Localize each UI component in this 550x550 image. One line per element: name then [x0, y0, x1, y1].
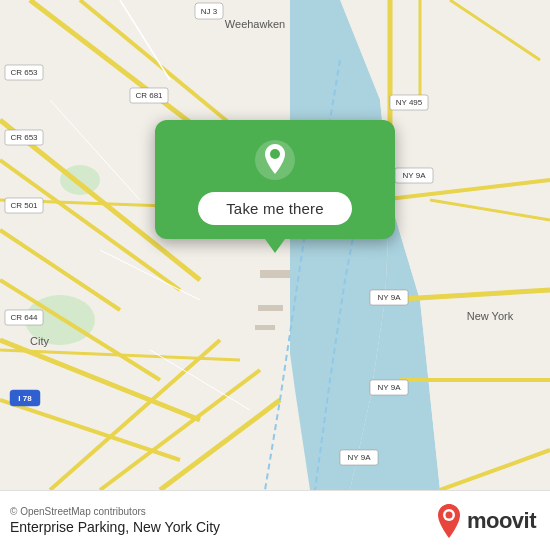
svg-text:NY 495: NY 495 — [396, 98, 423, 107]
svg-text:Weehawken: Weehawken — [225, 18, 285, 30]
svg-point-65 — [445, 511, 452, 518]
svg-point-6 — [60, 165, 100, 195]
svg-text:NJ 3: NJ 3 — [201, 7, 218, 16]
svg-text:NY 9A: NY 9A — [403, 171, 427, 180]
location-pin-icon — [253, 138, 297, 182]
svg-text:CR 653: CR 653 — [10, 68, 38, 77]
moovit-text: moovit — [467, 508, 536, 534]
svg-text:New York: New York — [467, 310, 514, 322]
bottom-bar: © OpenStreetMap contributors Enterprise … — [0, 490, 550, 550]
moovit-logo: moovit — [435, 503, 536, 539]
svg-text:NY 9A: NY 9A — [378, 383, 402, 392]
svg-text:NY 9A: NY 9A — [348, 453, 372, 462]
take-me-there-button[interactable]: Take me there — [198, 192, 352, 225]
svg-text:I 78: I 78 — [18, 394, 32, 403]
svg-text:NY 9A: NY 9A — [378, 293, 402, 302]
svg-point-63 — [270, 149, 280, 159]
svg-text:CR 501: CR 501 — [10, 201, 38, 210]
svg-text:CR 681: CR 681 — [135, 91, 163, 100]
svg-text:CR 653: CR 653 — [10, 133, 38, 142]
svg-rect-60 — [258, 305, 283, 311]
osm-attribution: © OpenStreetMap contributors — [10, 506, 220, 517]
popup-card: Take me there — [155, 120, 395, 239]
bottom-left-info: © OpenStreetMap contributors Enterprise … — [10, 506, 220, 535]
map-container[interactable]: NJ 3 CR 653 CR 681 CR 653 NY 495 CR 501 … — [0, 0, 550, 490]
svg-text:CR 644: CR 644 — [10, 313, 38, 322]
svg-rect-59 — [260, 270, 290, 278]
svg-text:City: City — [30, 335, 49, 347]
moovit-pin-icon — [435, 503, 463, 539]
location-name: Enterprise Parking, New York City — [10, 519, 220, 535]
svg-rect-61 — [255, 325, 275, 330]
